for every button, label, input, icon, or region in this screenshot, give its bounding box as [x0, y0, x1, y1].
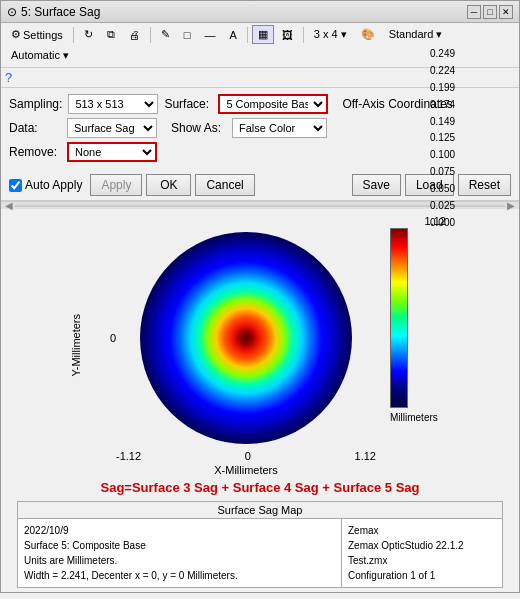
window-icon: ⊙ [7, 5, 17, 19]
formula-row: Sag=Surface 3 Sag + Surface 4 Sag + Surf… [9, 476, 511, 497]
y-tick-mid: 0 [88, 332, 116, 344]
remove-label: Remove: [9, 145, 61, 159]
chart-area: Y-Millimeters 1.12 0 [1, 209, 519, 588]
colorbar: 0.2490.2240.1990.1740.1490.1250.1000.075… [390, 228, 450, 448]
colorbar-value: 0.075 [430, 166, 455, 177]
remove-select[interactable]: None [67, 142, 157, 162]
formula-text: Sag=Surface 3 Sag + Surface 4 Sag + Surf… [100, 480, 419, 495]
line-tool[interactable]: — [198, 26, 221, 44]
info-right-line: Zemax OpticStudio 22.1.2 [348, 538, 496, 553]
colorbar-labels: 0.2490.2240.1990.1740.1490.1250.1000.075… [430, 48, 455, 228]
info-table-body: 2022/10/9Surface 5: Composite BaseUnits … [18, 519, 502, 587]
title-bar-controls: ─ □ ✕ [467, 5, 513, 19]
grid-icon: ▦ [258, 28, 268, 41]
grid-size-label: 3 x 4 ▾ [314, 28, 347, 41]
save-button[interactable]: Save [352, 174, 401, 196]
sag-plot [116, 228, 376, 448]
apply-button[interactable]: Apply [90, 174, 142, 196]
colorbar-value: 0.199 [430, 82, 455, 93]
pencil-icon: ✎ [161, 28, 170, 41]
colorbar-value: 0.025 [430, 200, 455, 211]
text-tool[interactable]: A [223, 26, 242, 44]
colorbar-value: 0.050 [430, 183, 455, 194]
text-icon: A [229, 29, 236, 41]
main-window: ⊙ 5: Surface Sag ─ □ ✕ ⚙ Settings ↻ ⧉ 🖨 … [0, 0, 520, 593]
standard-label: Standard ▾ [389, 28, 443, 41]
close-button[interactable]: ✕ [499, 5, 513, 19]
colorbar-value: 0.100 [430, 149, 455, 160]
info-left-line: Width = 2.241, Decenter x = 0, y = 0 Mil… [24, 568, 335, 583]
auto-apply-checkbox[interactable] [9, 179, 22, 192]
settings-menu[interactable]: ⚙ Settings [5, 25, 69, 44]
colorbar-value: 0.149 [430, 116, 455, 127]
x-tick-left: -1.12 [116, 450, 141, 462]
auto-apply-checkbox-label[interactable]: Auto Apply [9, 178, 82, 192]
image-icon: 🖼 [282, 29, 293, 41]
grid-button[interactable]: ▦ [252, 25, 274, 44]
info-table-title: Surface Sag Map [18, 502, 502, 519]
data-label: Data: [9, 121, 61, 135]
colorbar-gradient [390, 228, 408, 408]
ok-button[interactable]: OK [146, 174, 191, 196]
colorbar-value: 0.125 [430, 132, 455, 143]
minimize-button[interactable]: ─ [467, 5, 481, 19]
rect-tool[interactable]: □ [178, 26, 197, 44]
color-icon: 🎨 [361, 28, 375, 41]
draw-tool[interactable]: ✎ [155, 25, 176, 44]
info-right: ZemaxZemax OpticStudio 22.1.2Test.zmxCon… [342, 519, 502, 587]
show-as-label: Show As: [171, 121, 226, 135]
help-icon[interactable]: ? [5, 70, 12, 85]
surface-label: Surface: [164, 97, 212, 111]
toolbar-sep-1 [73, 27, 74, 43]
show-as-select[interactable]: False Color [232, 118, 327, 138]
chart-y-ticks: 0 [88, 228, 116, 448]
toolbar-sep-4 [303, 27, 304, 43]
info-left: 2022/10/9Surface 5: Composite BaseUnits … [18, 519, 342, 587]
x-tick-right: 1.12 [355, 450, 376, 462]
colorbar-value: 0.174 [430, 99, 455, 110]
rect-icon: □ [184, 29, 191, 41]
settings-icon: ⚙ [11, 28, 21, 41]
standard-menu[interactable]: Standard ▾ [383, 25, 449, 44]
data-select[interactable]: Surface Sag [67, 118, 157, 138]
info-table: Surface Sag Map 2022/10/9Surface 5: Comp… [17, 501, 503, 588]
chart-inner: 1.12 0 [88, 215, 450, 476]
info-right-line: Configuration 1 of 1 [348, 568, 496, 583]
surface-select[interactable]: 5 Composite Bas [218, 94, 328, 114]
grid-size-menu[interactable]: 3 x 4 ▾ [308, 25, 353, 44]
colorbar-unit: Millimeters [390, 412, 438, 423]
print-icon: 🖨 [129, 29, 140, 41]
window-title: 5: Surface Sag [21, 5, 100, 19]
chart-canvas-wrap [116, 228, 384, 448]
sampling-select[interactable]: 513 x 513 [68, 94, 158, 114]
info-left-line: Units are Millimeters. [24, 553, 335, 568]
toolbar-sep-3 [247, 27, 248, 43]
copy-button[interactable]: ⧉ [101, 25, 121, 44]
toolbar-sep-2 [150, 27, 151, 43]
refresh-button[interactable]: ↻ [78, 25, 99, 44]
automatic-menu[interactable]: Automatic ▾ [5, 46, 75, 65]
chart-x-ticks: -1.12 0 1.12 [116, 450, 376, 462]
automatic-label: Automatic ▾ [11, 49, 69, 62]
print-button[interactable]: 🖨 [123, 26, 146, 44]
maximize-button[interactable]: □ [483, 5, 497, 19]
y-axis-label: Y-Millimeters [70, 314, 88, 377]
x-tick-mid: 0 [245, 450, 251, 462]
color-button[interactable]: 🎨 [355, 25, 381, 44]
x-axis-label: X-Millimeters [116, 464, 376, 476]
colorbar-value: 0.249 [430, 48, 455, 59]
chart-y-top-label: 1.12 [88, 215, 450, 227]
auto-apply-label: Auto Apply [25, 178, 82, 192]
reset-button[interactable]: Reset [458, 174, 511, 196]
title-bar: ⊙ 5: Surface Sag ─ □ ✕ [1, 1, 519, 23]
image-button[interactable]: 🖼 [276, 26, 299, 44]
line-icon: — [204, 29, 215, 41]
refresh-icon: ↻ [84, 28, 93, 41]
info-left-line: 2022/10/9 [24, 523, 335, 538]
title-bar-left: ⊙ 5: Surface Sag [7, 5, 100, 19]
copy-icon: ⧉ [107, 28, 115, 41]
info-left-line: Surface 5: Composite Base [24, 538, 335, 553]
cancel-button[interactable]: Cancel [195, 174, 254, 196]
info-right-line: Zemax [348, 523, 496, 538]
chart-middle: 0 0.2490.2240.1990.1740.1490.1250.1000.0… [88, 228, 450, 448]
